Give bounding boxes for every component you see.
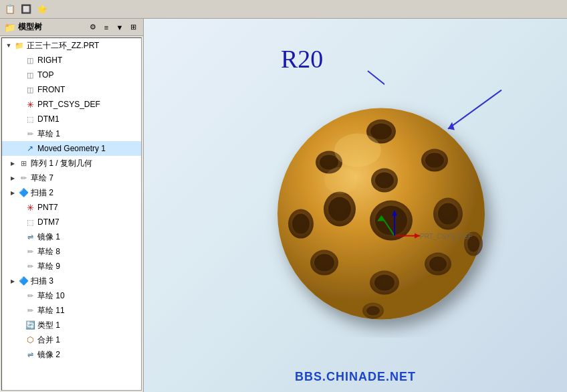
top-label: TOP bbox=[37, 70, 53, 80]
sketch1-icon: ✏ bbox=[25, 128, 35, 139]
tree-item-mirror2[interactable]: ⇌ 镜像 2 bbox=[2, 347, 141, 362]
moved-label: Moved Geometry 1 bbox=[37, 144, 106, 153]
svg-point-7 bbox=[425, 153, 444, 168]
tree-item-sketch1[interactable]: ✏ 草绘 1 bbox=[2, 126, 141, 141]
sketch1-no-expand bbox=[15, 130, 23, 138]
svg-point-29 bbox=[366, 306, 380, 316]
tree-item-combine1[interactable]: ⬡ 合并 1 bbox=[2, 332, 141, 347]
3d-object-container: PRT_CSYS_DEF bbox=[254, 84, 508, 338]
tree-item-dtm7[interactable]: ⬚ DTM7 bbox=[2, 215, 141, 229]
root-folder-icon: 📁 bbox=[14, 40, 25, 51]
tree-item-pnt7[interactable]: ✳ PNT7 bbox=[2, 200, 141, 215]
svg-point-30 bbox=[334, 134, 381, 167]
top-toolbar: 📋 🔲 ⭐ bbox=[0, 0, 567, 19]
moved-icon: ↗ bbox=[25, 143, 35, 154]
viewport-background: R20 bbox=[144, 19, 567, 392]
tree-container[interactable]: ▼ 📁 正三十二环_ZZ.PRT ◫ RIGHT ◫ TOP bbox=[1, 37, 142, 391]
mirror1-icon: ⇌ bbox=[25, 231, 35, 242]
sweep3-expand-icon[interactable]: ▶ bbox=[9, 277, 17, 285]
sketch7-icon: ✏ bbox=[18, 173, 29, 183]
front-label: FRONT bbox=[37, 85, 65, 94]
tree-root-label: 正三十二环_ZZ.PRT bbox=[27, 40, 99, 52]
mirror2-icon: ⇌ bbox=[25, 349, 35, 360]
tree-item-csys[interactable]: ✳ PRT_CSYS_DEF bbox=[2, 97, 141, 112]
csys-label: PRT_CSYS_DEF bbox=[37, 100, 100, 109]
sketch9-icon: ✏ bbox=[25, 261, 35, 272]
tree-item-type1[interactable]: 🔄 类型 1 bbox=[2, 318, 141, 332]
top-plane-icon: ◫ bbox=[25, 70, 35, 80]
sketch11-icon: ✏ bbox=[25, 305, 35, 316]
panel-expand-icon[interactable]: ▼ bbox=[114, 21, 126, 33]
tree-item-top[interactable]: ◫ TOP bbox=[2, 68, 141, 82]
svg-point-13 bbox=[328, 197, 351, 221]
svg-point-11 bbox=[292, 214, 310, 234]
front-plane-icon: ◫ bbox=[25, 84, 35, 95]
tree-item-moved[interactable]: ↗ Moved Geometry 1 bbox=[2, 141, 141, 156]
sketch9-no-expand bbox=[15, 262, 23, 270]
right-no-expand bbox=[15, 56, 23, 64]
tree-item-sketch9[interactable]: ✏ 草绘 9 bbox=[2, 259, 141, 274]
toolbar-icon-2[interactable]: 🔲 bbox=[19, 2, 33, 17]
tree-item-mirror1[interactable]: ⇌ 镜像 1 bbox=[2, 229, 141, 244]
tree-item-sketch8[interactable]: ✏ 草绘 8 bbox=[2, 244, 141, 259]
right-label: RIGHT bbox=[37, 56, 62, 65]
sketch8-label: 草绘 8 bbox=[37, 246, 60, 258]
sketch7-expand-icon[interactable]: ▶ bbox=[9, 174, 17, 182]
sketch8-no-expand bbox=[15, 248, 23, 256]
svg-line-39 bbox=[448, 90, 501, 129]
moved-no-expand bbox=[15, 144, 23, 153]
csys-icon: ✳ bbox=[25, 99, 35, 110]
tree-item-sketch7[interactable]: ▶ ✏ 草绘 7 bbox=[2, 171, 141, 185]
pattern1-expand-icon[interactable]: ▶ bbox=[9, 159, 17, 167]
dtm7-no-expand bbox=[15, 218, 23, 226]
mirror1-label: 镜像 1 bbox=[37, 231, 60, 243]
sweep2-expand-icon[interactable]: ▶ bbox=[9, 189, 17, 197]
mirror1-no-expand bbox=[15, 233, 23, 241]
sweep3-icon: 🔷 bbox=[18, 276, 29, 286]
tree-item-dtm1[interactable]: ⬚ DTM1 bbox=[2, 112, 141, 126]
sketch10-label: 草绘 10 bbox=[37, 290, 65, 302]
front-no-expand bbox=[15, 86, 23, 94]
tree-root[interactable]: ▼ 📁 正三十二环_ZZ.PRT bbox=[2, 38, 141, 53]
toolbar-icon-1[interactable]: 📋 bbox=[3, 2, 17, 17]
sketch9-label: 草绘 9 bbox=[37, 261, 60, 272]
svg-text:R20: R20 bbox=[281, 45, 323, 73]
watermark: BBS.CHINADE.NET bbox=[295, 370, 416, 384]
pattern1-label: 阵列 1 / 复制几何 bbox=[31, 158, 92, 169]
pnt7-label: PNT7 bbox=[37, 203, 58, 212]
panel-filter-icon[interactable]: ⊞ bbox=[127, 21, 139, 33]
dtm1-icon: ⬚ bbox=[25, 114, 35, 124]
sketch10-no-expand bbox=[15, 292, 23, 300]
panel-columns-icon[interactable]: ≡ bbox=[100, 21, 112, 33]
right-plane-icon: ◫ bbox=[25, 55, 35, 66]
tree-item-sketch11[interactable]: ✏ 草绘 11 bbox=[2, 303, 141, 318]
tree-item-sketch10[interactable]: ✏ 草绘 10 bbox=[2, 288, 141, 303]
tree-item-sweep3[interactable]: ▶ 🔷 扫描 3 bbox=[2, 274, 141, 288]
tree-item-front[interactable]: ◫ FRONT bbox=[2, 82, 141, 97]
root-expand-icon[interactable]: ▼ bbox=[5, 41, 13, 50]
svg-text:PRT_CSYS_DEF: PRT_CSYS_DEF bbox=[420, 233, 472, 240]
svg-point-25 bbox=[429, 257, 447, 272]
svg-marker-40 bbox=[448, 122, 455, 130]
sketch8-icon: ✏ bbox=[25, 246, 35, 257]
svg-point-17 bbox=[438, 203, 458, 225]
sweep2-icon: 🔷 bbox=[18, 187, 29, 198]
toolbar-icon-3[interactable]: ⭐ bbox=[35, 2, 49, 17]
tree-item-sweep2[interactable]: ▶ 🔷 扫描 2 bbox=[2, 185, 141, 200]
svg-point-19 bbox=[375, 173, 394, 189]
panel-settings-icon[interactable]: ⚙ bbox=[87, 21, 99, 33]
svg-point-21 bbox=[314, 254, 334, 272]
panel-header: 📁 模型树 ⚙ ≡ ▼ ⊞ bbox=[0, 19, 143, 36]
tree-item-pattern1[interactable]: ▶ ⊞ 阵列 1 / 复制几何 bbox=[2, 156, 141, 171]
dtm7-label: DTM7 bbox=[37, 217, 60, 227]
combine1-icon: ⬡ bbox=[25, 334, 35, 345]
sphere-svg: PRT_CSYS_DEF bbox=[254, 84, 508, 338]
mirror2-no-expand bbox=[15, 351, 23, 359]
tree-item-right[interactable]: ◫ RIGHT bbox=[2, 53, 141, 68]
dtm7-icon: ⬚ bbox=[25, 217, 35, 227]
right-panel[interactable]: R20 bbox=[144, 19, 567, 392]
dtm1-no-expand bbox=[15, 115, 23, 123]
svg-point-31 bbox=[324, 167, 358, 194]
panel-title: 模型树 bbox=[18, 21, 42, 33]
type1-label: 类型 1 bbox=[37, 320, 60, 331]
